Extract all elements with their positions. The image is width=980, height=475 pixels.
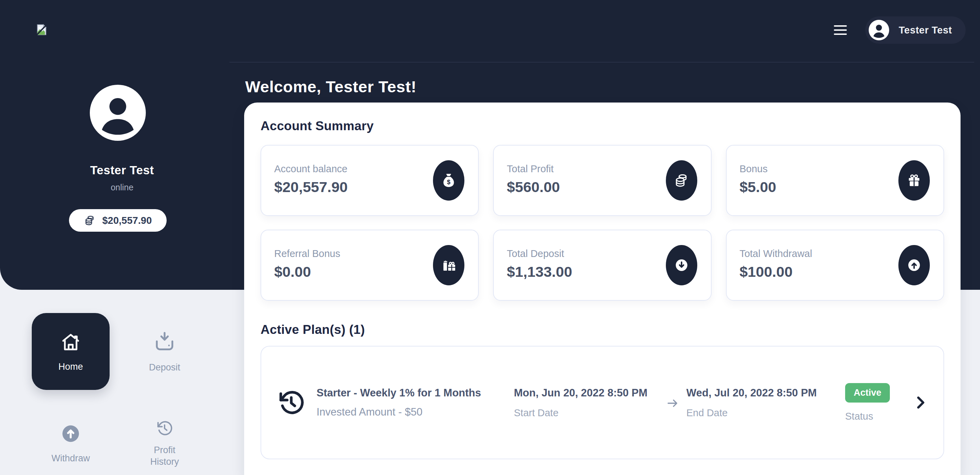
stat-card-total-deposit: Total Deposit $1,133.00	[493, 230, 711, 301]
home-icon	[59, 331, 82, 353]
hamburger-icon	[834, 25, 847, 27]
sidebar-item-withdraw[interactable]: Withdraw	[32, 409, 110, 464]
plan-start-date: Mon, Jun 20, 2022 8:50 PM	[514, 387, 666, 399]
account-summary-title: Account Summary	[261, 119, 944, 133]
topbar-divider	[229, 62, 974, 62]
plan-end-date-label: End Date	[686, 407, 838, 419]
plan-status-block: Active Status	[845, 383, 913, 422]
plan-name: Starter - Weekly 1% for 1 Months	[317, 387, 481, 399]
online-status: online	[0, 182, 244, 192]
plan-start-date-label: Start Date	[514, 407, 666, 419]
broken-image-icon	[35, 24, 48, 35]
plan-start-date-block: Mon, Jun 20, 2022 8:50 PM Start Date	[514, 387, 666, 419]
sidebar-username: Tester Test	[0, 163, 244, 177]
stats-grid: Account balance $20,557.90 $ Total Profi…	[261, 145, 944, 301]
stat-card-total-withdrawal: Total Withdrawal $100.00	[726, 230, 944, 301]
plan-end-date-block: Wed, Jul 20, 2022 8:50 PM End Date	[686, 387, 838, 419]
sidebar-item-label: Withdraw	[52, 453, 90, 464]
topbar-username: Tester Test	[899, 25, 952, 36]
arrow-down-circle-icon	[666, 245, 697, 285]
plan-status-label: Status	[845, 411, 913, 422]
balance-amount: $20,557.90	[102, 215, 152, 226]
profile-avatar	[90, 85, 146, 141]
sidebar-item-deposit[interactable]: Deposit	[126, 313, 204, 390]
gifts-icon	[433, 245, 465, 285]
arrow-right-icon	[666, 395, 686, 410]
plan-end-date: Wed, Jul 20, 2022 8:50 PM	[686, 387, 838, 399]
stat-card-account-balance: Account balance $20,557.90 $	[261, 145, 479, 216]
history-icon	[156, 420, 173, 437]
balance-pill[interactable]: $20,557.90	[69, 209, 167, 232]
history-icon	[278, 389, 305, 416]
page-title: Welcome, Tester Test!	[245, 77, 417, 96]
sidebar-item-label: Home	[58, 361, 83, 373]
user-menu[interactable]: Tester Test	[865, 16, 966, 44]
sidebar-item-label: Profit History	[142, 444, 187, 467]
deposit-tray-icon	[153, 330, 177, 354]
topbar-right: Tester Test	[832, 14, 966, 46]
dashboard-page: Tester Test Tester Test online $20,557.9…	[0, 0, 980, 475]
sidebar-item-home[interactable]: Home	[32, 313, 110, 390]
coins-icon	[84, 214, 96, 226]
plan-invested-amount: Invested Amount - $50	[317, 406, 481, 418]
sidebar-item-label: Deposit	[149, 362, 180, 373]
chevron-right-icon[interactable]	[913, 392, 928, 413]
menu-toggle-button[interactable]	[832, 23, 849, 37]
main-content-card: Account Summary Account balance $20,557.…	[244, 102, 961, 475]
stat-card-total-profit: Total Profit $560.00	[493, 145, 711, 216]
active-plans-title: Active Plan(s) (1)	[261, 323, 944, 337]
coins-icon	[666, 160, 697, 201]
arrow-up-circle-icon	[898, 245, 930, 285]
plan-info: Starter - Weekly 1% for 1 Months Investe…	[278, 387, 514, 418]
sidebar-item-profit-history[interactable]: Profit History	[126, 409, 204, 467]
plan-row[interactable]: Starter - Weekly 1% for 1 Months Investe…	[261, 346, 944, 459]
status-badge: Active	[845, 383, 890, 403]
stat-card-bonus: Bonus $5.00	[726, 145, 944, 216]
money-bag-icon: $	[433, 160, 465, 201]
svg-text:$: $	[447, 179, 450, 186]
withdraw-circle-icon	[61, 424, 81, 443]
stat-card-referral-bonus: Referral Bonus $0.00	[261, 230, 479, 301]
user-avatar-icon	[869, 20, 889, 40]
gift-icon	[898, 160, 930, 201]
